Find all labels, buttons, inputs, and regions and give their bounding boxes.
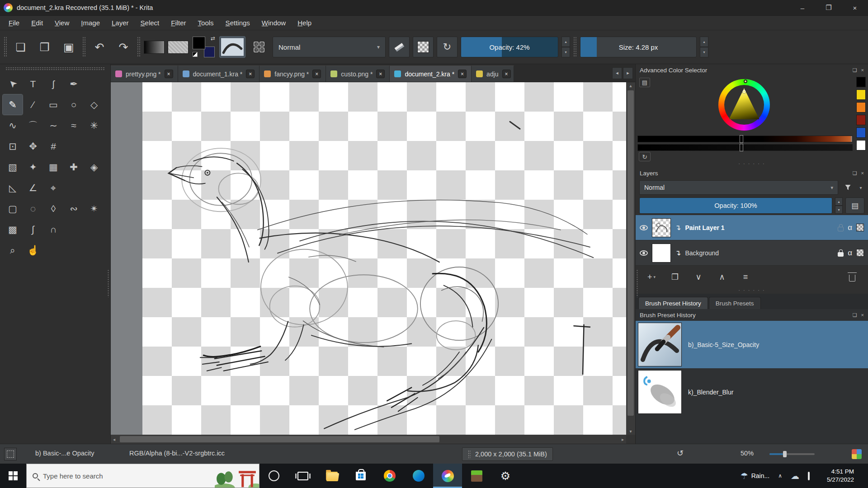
docker-resize-handle[interactable]: · · · · · ·: [636, 162, 868, 167]
alpha-lock-icon[interactable]: [856, 224, 864, 231]
float-docker-icon[interactable]: ❏: [853, 170, 857, 176]
taskbar-edge-button[interactable]: [404, 464, 433, 488]
shade-marker[interactable]: [740, 135, 743, 143]
contiguous-select-tool[interactable]: ✴: [84, 198, 104, 219]
taskbar-settings-button[interactable]: ⚙: [491, 464, 520, 488]
taskbar-minecraft-button[interactable]: [462, 464, 491, 488]
weather-widget[interactable]: ☂ Rain...: [741, 471, 770, 481]
similar-color-select-tool[interactable]: ▩: [3, 219, 23, 239]
zoom-slider[interactable]: [769, 453, 815, 455]
menu-item[interactable]: Filter: [165, 19, 192, 27]
layer-opacity-spin-up-button[interactable]: ▴: [835, 197, 843, 206]
menu-item[interactable]: Edit: [25, 19, 49, 27]
taskbar-cortana-button[interactable]: [259, 464, 288, 488]
float-docker-icon[interactable]: ❏: [853, 312, 857, 318]
tab-close-button[interactable]: ×: [458, 70, 467, 78]
save-document-button[interactable]: ▣: [58, 37, 79, 57]
brush-preset-row[interactable]: b)_Basic-5_Size_Opacity: [636, 321, 868, 368]
reset-colors-icon[interactable]: [193, 52, 198, 57]
visibility-eye-icon[interactable]: [640, 225, 648, 230]
rect-select-tool[interactable]: ▢: [3, 198, 23, 219]
toolbar-grip[interactable]: [82, 37, 86, 57]
layer-blending-mode-select[interactable]: Normal ▾: [639, 180, 838, 195]
close-docker-icon[interactable]: ×: [861, 67, 864, 73]
menu-item[interactable]: File: [3, 19, 25, 27]
scroll-left-icon[interactable]: ◂: [113, 435, 115, 444]
reference-images-tool[interactable]: ⌖: [43, 178, 63, 198]
visibility-eye-icon[interactable]: [640, 250, 648, 256]
tray-meet-now-button[interactable]: [808, 473, 810, 479]
menu-item[interactable]: Image: [75, 19, 106, 27]
color-swatch[interactable]: [856, 102, 866, 113]
delete-layer-button[interactable]: [842, 269, 863, 285]
color-sync-button[interactable]: ↻: [639, 152, 651, 161]
polygon-tool[interactable]: ◇: [84, 94, 104, 115]
opacity-spin-up-button[interactable]: ▴: [561, 37, 570, 47]
menu-item[interactable]: Select: [135, 19, 165, 27]
eraser-mode-button[interactable]: [389, 37, 410, 57]
toolbar-grip[interactable]: [573, 37, 577, 57]
freehand-brush-tool[interactable]: ✎: [3, 94, 23, 115]
gradient-chooser-button[interactable]: [144, 41, 165, 54]
duplicate-layer-button[interactable]: ❐: [665, 269, 685, 285]
tab-close-button[interactable]: ×: [312, 70, 321, 78]
menu-item[interactable]: Window: [256, 19, 292, 27]
preserve-alpha-button[interactable]: [413, 37, 434, 57]
close-button[interactable]: ×: [842, 0, 868, 15]
pattern-tool[interactable]: ▦: [43, 157, 63, 177]
opacity-slider[interactable]: Opacity: 42%: [461, 37, 558, 57]
pan-tool[interactable]: ☝: [23, 240, 43, 260]
open-document-button[interactable]: ❐: [34, 37, 55, 57]
multibrush-tool[interactable]: ✳: [84, 115, 104, 136]
toolbar-grip[interactable]: [137, 37, 141, 57]
alpha-icon[interactable]: α: [848, 223, 852, 232]
shade-marker[interactable]: [740, 144, 743, 151]
zoom-tool[interactable]: ⌕: [3, 240, 23, 260]
close-docker-icon[interactable]: ×: [861, 312, 864, 318]
tab-scroll-left-button[interactable]: ◂: [612, 67, 622, 79]
document-tab[interactable]: fancyy.png * ×: [259, 66, 326, 82]
document-tab[interactable]: custo.png * ×: [326, 66, 390, 82]
tab-close-button[interactable]: ×: [165, 70, 173, 78]
move-layer-up-button[interactable]: ∧: [712, 269, 732, 285]
tab-close-button[interactable]: ×: [376, 70, 385, 78]
menu-item[interactable]: Help: [292, 19, 317, 27]
close-docker-icon[interactable]: ×: [861, 170, 864, 176]
background-color-swatch[interactable]: [204, 47, 215, 57]
minimize-button[interactable]: –: [789, 0, 816, 15]
float-docker-icon[interactable]: ❏: [853, 67, 857, 73]
size-spin-up-button[interactable]: ▴: [700, 37, 708, 47]
restore-button[interactable]: ❐: [816, 0, 842, 15]
tab-close-button[interactable]: ×: [246, 70, 255, 78]
taskbar-task-view-button[interactable]: [288, 464, 317, 488]
color-swatch[interactable]: [856, 77, 866, 87]
layer-properties-button[interactable]: ≡: [735, 269, 756, 285]
color-swatch[interactable]: [856, 127, 866, 138]
hue-marker[interactable]: [744, 80, 747, 83]
freehand-path-tool[interactable]: ∼: [43, 115, 63, 136]
tab-close-button[interactable]: ×: [502, 70, 511, 78]
swap-colors-icon[interactable]: ⇄: [211, 35, 215, 42]
color-swatch[interactable]: [856, 140, 866, 150]
lock-icon[interactable]: [838, 252, 844, 257]
move-layer-down-button[interactable]: ∨: [688, 269, 709, 285]
layer-opacity-spin-down-button[interactable]: ▾: [835, 206, 843, 214]
alpha-lock-icon[interactable]: [856, 249, 864, 257]
lock-icon[interactable]: [838, 227, 844, 231]
calligraphy-tool[interactable]: ✒: [64, 74, 84, 94]
menu-item[interactable]: Layer: [106, 19, 135, 27]
ellipse-tool[interactable]: ○: [64, 94, 84, 115]
taskbar-clock[interactable]: 4:51 PM 5/27/2022: [827, 468, 854, 484]
layer-row-paint-layer-1[interactable]: ↴ Paint Layer 1 α: [636, 215, 868, 240]
tray-chevron-button[interactable]: ∧: [778, 473, 782, 479]
saturation-marker[interactable]: [743, 90, 746, 93]
line-tool[interactable]: ∕: [23, 94, 43, 115]
taskbar-store-button[interactable]: [346, 464, 375, 488]
onedrive-cloud-icon[interactable]: ☁: [791, 471, 799, 481]
opacity-spin-down-button[interactable]: ▾: [561, 47, 570, 57]
bezier-curve-tool[interactable]: ⌒: [23, 115, 43, 136]
docker-resize-handle[interactable]: · · · · · ·: [636, 288, 868, 294]
brush-preset-chooser-button[interactable]: [219, 36, 245, 58]
rectangle-tool[interactable]: ▭: [43, 94, 63, 115]
measure-tool[interactable]: ∠: [23, 178, 43, 198]
